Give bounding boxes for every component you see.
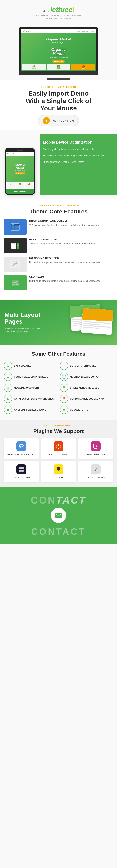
feature-text-3: NO CODING REQUIRED No need to be a profe… (29, 257, 100, 264)
logo-lettuce: lettuce! (50, 6, 74, 14)
contact-label-display: CONTACT (31, 526, 86, 537)
other-features-section: Some Other Features ↻ EASY UPDATES ⊞ LOT… (0, 345, 117, 420)
plugin-label-0: WPBAKERY PAGE BUILDER (7, 454, 35, 456)
svg-rect-2 (11, 224, 13, 225)
feat-icon-9: A (60, 406, 68, 414)
feat-item-3: 🌐 MULTI LANGUAGE SUPPORT (60, 373, 113, 381)
theme-features-section: FOR EASY WEBSITE CREATION Theme Core Fea… (0, 199, 117, 300)
plugin-icon-0 (16, 441, 26, 451)
feat-label-0: EASY UPDATES (14, 365, 31, 367)
features-heading: Theme Core Features (4, 208, 113, 215)
svg-rect-37 (22, 469, 24, 472)
svg-text:✎: ✎ (17, 245, 18, 247)
feat-label-6: PARALLAX EFFECT BACKGROUNDS (14, 398, 54, 400)
phone-notch (17, 150, 23, 151)
laptop-mockup: Organic Market Fresh & Organic 🌿 Organic… (18, 27, 99, 74)
multi-heading: Multi Layout Pages (5, 312, 43, 325)
feat-item-5: ☰ STICKY MENUS INCLUDED (60, 383, 113, 392)
feature-desc-1: WPBakery Page Builder offers amazing too… (29, 223, 101, 227)
feat-label-4: MEGA MENU SUPPORT (14, 386, 39, 389)
mobile-left: 🌿 Organic≡ Organic Market Fresh & Natura… (0, 134, 40, 195)
svg-rect-34 (19, 467, 21, 469)
feat-icon-1: ⊞ (60, 362, 68, 370)
install-button[interactable]: ⬇ INSTALLATION (38, 115, 79, 126)
feat-label-8: AWESOME FONTELLO ICONS (14, 408, 46, 411)
feat-label-7: CUSTOMIZABLE GOOGLE MAP (70, 398, 104, 400)
feat-item-6: ⧉ PARALLAX EFFECT BACKGROUNDS (4, 395, 57, 403)
multi-layout-section: Multi Layout Pages We create Several Uni… (0, 300, 117, 345)
header-tagline: An Awesome User-Friendly Combination of … (30, 14, 87, 20)
feat-icon-3: 🌐 (60, 373, 68, 381)
multi-layout-left: Multi Layout Pages We create Several Uni… (5, 312, 43, 334)
feature-img-4: HTML SEO READY 🔍 (4, 275, 27, 290)
laptop-screen-sub: Fresh & Organic (52, 41, 66, 43)
contact-icon (51, 508, 66, 523)
feature-text-1: DRAG & DROP PAGE BUILDER WPBakery Page B… (29, 219, 101, 227)
mobile-para2: The theme uses Mobile Friendly sliders: … (43, 154, 113, 157)
plugin-label-5: CONTACT FORM 7 (87, 477, 105, 479)
multi-layout-right (43, 305, 112, 340)
feature-row-2: ✎ EASY TO CUSTOMIZE Awesome easy-to-use … (4, 238, 113, 253)
feat-label-1: LOTS OF SHORTCODES (70, 365, 96, 367)
contact-word: ConTACT (31, 494, 86, 506)
plugin-label-1: REVOLUTION SLIDER (48, 454, 69, 456)
phone-mockup: 🌿 Organic≡ Organic Market Fresh & Natura… (5, 148, 35, 195)
plugins-section: FREE & COMPATIBLE Plugins We Support WPB… (0, 420, 117, 487)
feat-item-0: ↻ EASY UPDATES (4, 362, 57, 370)
svg-point-40 (57, 469, 60, 471)
feat-label-2: POWERFUL ADMIN INTERFACE (14, 375, 48, 378)
feat-item-4: ▦ MEGA MENU SUPPORT (4, 383, 57, 392)
feat-item-7: 📍 CUSTOMIZABLE GOOGLE MAP (60, 395, 113, 403)
svg-point-32 (95, 445, 97, 447)
feature-img-3: </> (4, 257, 27, 272)
svg-rect-35 (22, 467, 24, 469)
plugin-card-3: ESSENTIAL GRID (4, 461, 39, 482)
svg-rect-6 (11, 228, 19, 230)
feature-title-1: DRAG & DROP PAGE BUILDER (29, 219, 101, 222)
feat-icon-7: 📍 (60, 395, 68, 403)
header-section: Meet lettuce! An Awesome User-Friendly C… (0, 0, 117, 25)
page-card-2 (81, 308, 113, 335)
svg-rect-41 (55, 513, 62, 518)
feat-item-2: ⚙ POWERFUL ADMIN INTERFACE (4, 373, 57, 381)
feat-icon-6: ⧉ (4, 395, 12, 403)
feature-title-4: SEO READY (29, 275, 100, 278)
install-label: ONE CLICK INSTALLATION (6, 86, 111, 88)
feat-label-3: MULTI LANGUAGE SUPPORT (70, 375, 102, 378)
feature-desc-3: No need to be a professional web develop… (29, 260, 100, 264)
meet-label: Meet (43, 10, 49, 13)
mobile-para3: Fully Responsive layout & Retina Ready (43, 160, 113, 164)
feature-row-3: </> NO CODING REQUIRED No need to be a p… (4, 257, 113, 272)
feat-item-8: ★ AWESOME FONTELLO ICONS (4, 406, 57, 414)
svg-text:SEO READY: SEO READY (12, 284, 19, 285)
laptop-stand (47, 78, 70, 80)
svg-rect-10 (11, 244, 15, 245)
svg-rect-3 (13, 224, 14, 225)
plugin-card-0: WPBAKERY PAGE BUILDER (4, 438, 39, 459)
install-section: ONE CLICK INSTALLATION Easily Import Dem… (0, 80, 117, 130)
plugin-icon-1 (53, 441, 64, 451)
plugin-label-2: INSTAGRAM FEED (87, 454, 105, 456)
feature-text-2: EASY TO CUSTOMIZE Awesome easy-to-use op… (29, 238, 95, 246)
laptop-base (18, 71, 99, 74)
svg-text:</>: </> (14, 262, 16, 264)
svg-point-27 (20, 445, 23, 446)
svg-text:HTML: HTML (12, 282, 16, 283)
other-features-heading: Some Other Features (4, 351, 113, 357)
feature-img-2: ✎ (4, 238, 27, 253)
mobile-para1: Absolutely all scrollable sections suppo… (43, 148, 113, 151)
feature-row-1: DRAG & DROP PAGE BUILDER WPBakery Page B… (4, 219, 113, 235)
install-btn-label: INSTALLATION (52, 119, 74, 122)
svg-point-29 (21, 447, 22, 448)
feat-item-1: ⊞ LOTS OF SHORTCODES (60, 362, 113, 370)
svg-text:🔍: 🔍 (16, 281, 18, 284)
svg-point-33 (97, 445, 98, 445)
mobile-right: Mobile Device Optimization Absolutely al… (40, 134, 117, 195)
feat-label-5: STICKY MENUS INCLUDED (70, 386, 99, 389)
laptop-mockup-wrap: Organic Market Fresh & Organic 🌿 Organic… (0, 25, 117, 78)
svg-rect-4 (11, 226, 14, 228)
feature-desc-2: Awesome easy-to-use options will adjust … (29, 242, 95, 246)
svg-rect-12 (11, 246, 14, 246)
plugin-icon-3 (16, 464, 26, 474)
contact-section: ConTACT CONTACT (0, 487, 117, 545)
